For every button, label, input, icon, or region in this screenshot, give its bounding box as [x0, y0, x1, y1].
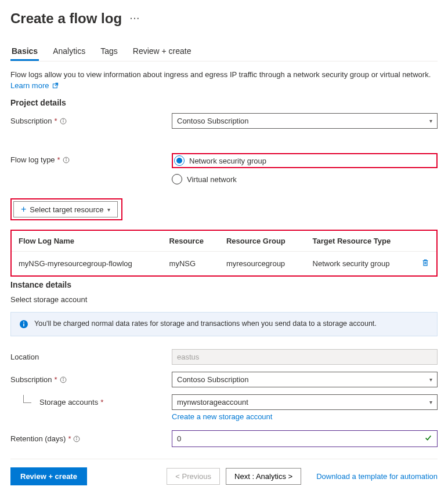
table-row: myNSG-myresourcegroup-flowlog myNSG myre… — [12, 252, 436, 276]
select-target-resource-button[interactable]: + Select target resource ▾ — [13, 201, 118, 217]
tab-tags[interactable]: Tags — [99, 46, 119, 61]
external-link-icon — [52, 82, 59, 89]
svg-point-17 — [77, 437, 77, 438]
info-icon[interactable] — [60, 376, 67, 383]
chevron-down-icon: ▾ — [429, 399, 432, 405]
svg-rect-10 — [23, 324, 24, 326]
info-icon[interactable] — [73, 435, 80, 442]
col-rg: Resource Group — [219, 231, 306, 252]
subscription-label: Subscription — [10, 117, 52, 125]
intro-text: Flow logs allow you to view information … — [10, 70, 438, 80]
target-resource-table-highlight: Flow Log Name Resource Resource Group Ta… — [10, 230, 438, 277]
info-icon[interactable] — [63, 157, 70, 164]
create-storage-link[interactable]: Create a new storage account — [172, 412, 272, 421]
next-button[interactable]: Next : Analytics > — [226, 468, 301, 485]
learn-more-link[interactable]: Learn more — [10, 81, 59, 90]
page-title: Create a flow log ··· — [10, 10, 438, 27]
delete-icon[interactable] — [421, 260, 429, 268]
tab-basics[interactable]: Basics — [10, 46, 39, 61]
info-icon — [19, 320, 28, 329]
more-icon[interactable]: ··· — [130, 14, 140, 23]
col-resource: Resource — [162, 231, 219, 252]
radio-vnet[interactable]: Virtual network — [172, 174, 438, 184]
retention-input[interactable]: 0 — [172, 430, 438, 447]
chevron-down-icon: ▾ — [429, 118, 432, 124]
svg-point-11 — [23, 322, 24, 323]
instance-details-heading: Instance details — [10, 280, 438, 289]
required-indicator: * — [55, 375, 57, 384]
tab-review[interactable]: Review + create — [132, 46, 193, 61]
select-storage-label: Select storage account — [10, 295, 438, 304]
subscription2-label: Subscription — [10, 375, 52, 384]
target-resource-table: Flow Log Name Resource Resource Group Ta… — [12, 231, 436, 275]
storage-select[interactable]: mynwstorageaccount ▾ — [172, 394, 438, 410]
subscription2-select[interactable]: Contoso Subscription ▾ — [172, 372, 438, 387]
required-indicator: * — [100, 398, 103, 406]
svg-point-14 — [63, 378, 63, 379]
tab-bar: Basics Analytics Tags Review + create — [10, 46, 438, 61]
tree-connector-icon — [23, 395, 31, 403]
chevron-down-icon: ▾ — [107, 206, 110, 213]
svg-point-6 — [66, 158, 66, 159]
checkmark-icon — [424, 434, 432, 444]
col-type: Target Resource Type — [306, 231, 414, 252]
info-icon[interactable] — [60, 118, 67, 125]
location-label: Location — [10, 353, 39, 361]
radio-unchecked-icon — [172, 174, 182, 184]
footer-bar: Review + create < Previous Next : Analyt… — [10, 459, 438, 485]
radio-checked-icon — [174, 155, 185, 166]
tab-analytics[interactable]: Analytics — [52, 46, 86, 61]
subscription-select[interactable]: Contoso Subscription ▾ — [172, 113, 438, 129]
retention-label: Retention (days) — [10, 434, 66, 443]
download-template-link[interactable]: Download a template for automation — [316, 472, 438, 481]
chevron-down-icon: ▾ — [429, 376, 432, 383]
flowtype-label: Flow log type — [10, 155, 55, 164]
storage-label: Storage accounts — [39, 398, 98, 406]
radio-nsg[interactable]: Network security group — [174, 155, 266, 166]
previous-button: < Previous — [167, 468, 220, 485]
plus-icon: + — [21, 205, 26, 214]
info-bar: You'll be charged normal data rates for … — [10, 312, 438, 336]
required-indicator: * — [68, 434, 71, 443]
review-create-button[interactable]: Review + create — [10, 467, 87, 485]
required-indicator: * — [55, 117, 57, 125]
col-flowlogname: Flow Log Name — [12, 231, 162, 252]
project-details-heading: Project details — [10, 98, 438, 107]
required-indicator: * — [57, 155, 60, 164]
location-field: eastus — [172, 349, 438, 365]
svg-point-3 — [63, 119, 63, 120]
